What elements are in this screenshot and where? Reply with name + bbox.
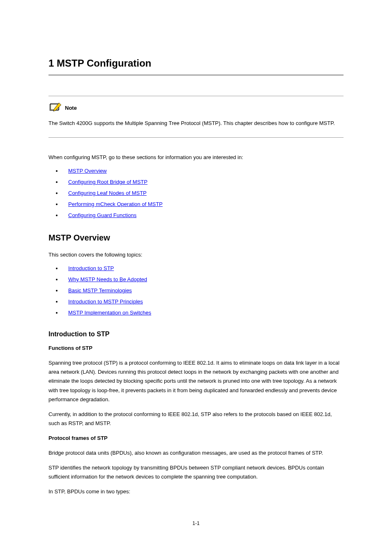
list-item: Configuring Leaf Nodes of MSTP	[53, 190, 344, 196]
list-item: Introduction to STP	[53, 265, 344, 271]
toc-list-2: Introduction to STP Why MSTP Needs to Be…	[53, 265, 344, 316]
link-terminology[interactable]: Basic MSTP Terminologies	[68, 287, 132, 294]
link-mcheck[interactable]: Performing mCheck Operation of MSTP	[68, 201, 163, 207]
bold-heading: Protocol frames of STP	[48, 435, 108, 441]
note-header: Note	[48, 102, 344, 113]
para-frames: Bridge protocol data units (BPDUs), also…	[48, 449, 344, 458]
para-types: In STP, BPDUs come in two types:	[48, 487, 344, 496]
note-label: Note	[65, 105, 77, 111]
link-why-mstp[interactable]: Why MSTP Needs to Be Adopted	[68, 276, 147, 282]
list-item: Configuring Guard Functions	[53, 212, 344, 218]
list-item: Why MSTP Needs to Be Adopted	[53, 276, 344, 282]
heading-frames: Protocol frames of STP	[48, 434, 344, 443]
link-implementation[interactable]: MSTP Implementation on Switches	[68, 310, 151, 316]
link-leaf-nodes[interactable]: Configuring Leaf Nodes of MSTP	[68, 190, 147, 196]
list-item: Introduction to MSTP Principles	[53, 298, 344, 305]
note-icon	[48, 102, 62, 113]
subsection-heading-intro-stp: Introduction to STP	[48, 331, 344, 338]
section-heading-overview: MSTP Overview	[48, 233, 344, 243]
link-principles[interactable]: Introduction to MSTP Principles	[68, 298, 143, 305]
chapter-number: 1 MSTP Configuration	[48, 58, 151, 69]
note-box: Note The Switch 4200G supports the Multi…	[48, 96, 344, 138]
link-root-bridge[interactable]: Configuring Root Bridge of MSTP	[68, 179, 148, 185]
para-note: Currently, in addition to the protocol c…	[48, 410, 344, 428]
page-number: 1-1	[0, 520, 392, 526]
bold-heading: Functions of STP	[48, 345, 92, 351]
intro-paragraph: When configuring MSTP, go to these secti…	[48, 154, 344, 160]
list-item: MSTP Overview	[53, 168, 344, 174]
list-item: MSTP Implementation on Switches	[53, 310, 344, 316]
para-bpdu: STP identifies the network topology by t…	[48, 463, 344, 481]
toc-list-1: MSTP Overview Configuring Root Bridge of…	[53, 168, 344, 218]
link-mstp-overview[interactable]: MSTP Overview	[68, 168, 107, 174]
para-functions: Spanning tree protocol (STP) is a protoc…	[48, 358, 344, 404]
section-intro: This section covers the following topics…	[48, 252, 344, 258]
list-item: Performing mCheck Operation of MSTP	[53, 201, 344, 207]
note-text: The Switch 4200G supports the Multiple S…	[48, 119, 344, 127]
heading-functions: Functions of STP	[48, 344, 344, 353]
link-guard[interactable]: Configuring Guard Functions	[68, 212, 136, 218]
list-item: Basic MSTP Terminologies	[53, 287, 344, 294]
link-intro-stp[interactable]: Introduction to STP	[68, 265, 114, 271]
list-item: Configuring Root Bridge of MSTP	[53, 179, 344, 185]
chapter-title: 1 MSTP Configuration	[48, 58, 344, 75]
